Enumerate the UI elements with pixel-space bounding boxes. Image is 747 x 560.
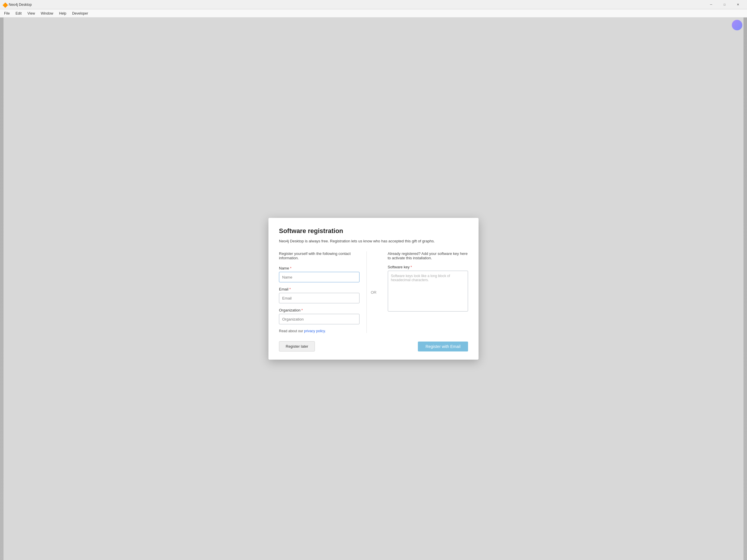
menu-file[interactable]: File: [1, 10, 12, 17]
user-avatar[interactable]: [732, 20, 742, 30]
register-email-button[interactable]: Register with Email: [418, 342, 468, 351]
left-accent: [0, 18, 3, 560]
name-input[interactable]: [279, 272, 360, 282]
or-divider: OR: [367, 251, 381, 333]
right-column: Already registered? Add your software ke…: [381, 251, 468, 333]
org-required: *: [302, 308, 303, 312]
software-key-label: Software key*: [388, 265, 468, 269]
right-accent: [744, 18, 747, 560]
menu-edit[interactable]: Edit: [12, 10, 25, 17]
menu-help[interactable]: Help: [56, 10, 70, 17]
menu-window[interactable]: Window: [38, 10, 56, 17]
menubar: File Edit View Window Help Developer: [0, 9, 747, 18]
register-later-button[interactable]: Register later: [279, 341, 315, 351]
app-icon: 🔶: [2, 2, 7, 7]
name-field-group: Name*: [279, 266, 360, 282]
main-content: Software registration Neo4j Desktop is a…: [0, 18, 747, 560]
dialog-description: Neo4j Desktop is always free. Registrati…: [279, 239, 468, 243]
org-field-group: Organization*: [279, 308, 360, 324]
name-required: *: [290, 266, 291, 270]
email-label: Email*: [279, 287, 360, 291]
right-description: Already registered? Add your software ke…: [388, 251, 468, 260]
menu-developer[interactable]: Developer: [69, 10, 91, 17]
close-button[interactable]: ✕: [731, 0, 745, 9]
dialog-body: Register yourself with the following con…: [279, 251, 468, 333]
email-required: *: [289, 287, 291, 291]
dialog-title: Software registration: [279, 227, 468, 235]
email-field-group: Email*: [279, 287, 360, 303]
window-controls: ─ □ ✕: [704, 0, 745, 9]
dialog-footer: Register later Register with Email: [279, 341, 468, 351]
left-description: Register yourself with the following con…: [279, 251, 360, 260]
menu-view[interactable]: View: [25, 10, 38, 17]
software-key-field-group: Software key*: [388, 265, 468, 313]
left-column: Register yourself with the following con…: [279, 251, 367, 333]
minimize-button[interactable]: ─: [704, 0, 718, 9]
email-input[interactable]: [279, 293, 360, 303]
registration-dialog: Software registration Neo4j Desktop is a…: [268, 218, 479, 359]
window-title: Neo4j Desktop: [9, 3, 704, 7]
org-label: Organization*: [279, 308, 360, 312]
org-input[interactable]: [279, 314, 360, 324]
privacy-link[interactable]: privacy policy.: [304, 329, 326, 333]
name-label: Name*: [279, 266, 360, 270]
key-required: *: [411, 265, 412, 269]
titlebar: 🔶 Neo4j Desktop ─ □ ✕: [0, 0, 747, 9]
privacy-text: Read about our privacy policy.: [279, 329, 360, 333]
software-key-input[interactable]: [388, 271, 468, 312]
maximize-button[interactable]: □: [718, 0, 731, 9]
